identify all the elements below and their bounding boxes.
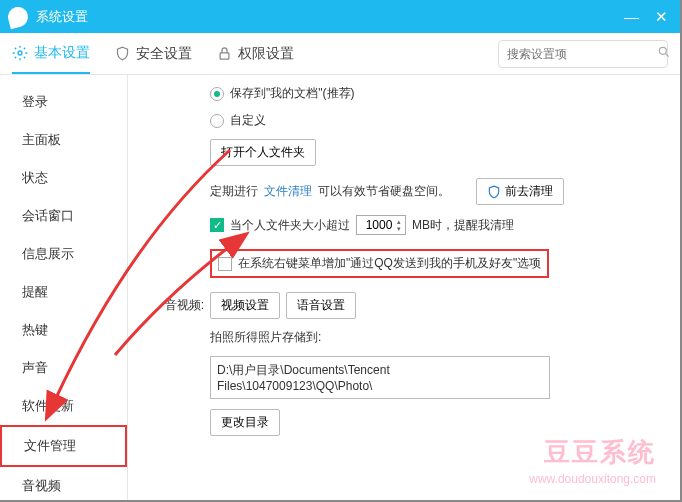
tabs-bar: 基本设置 安全设置 权限设置 — [0, 33, 680, 75]
tab-label: 安全设置 — [136, 45, 192, 63]
folder-size-input[interactable] — [361, 218, 397, 232]
clean-text-suffix: 可以有效节省硬盘空间。 — [318, 183, 450, 200]
minimize-button[interactable]: — — [624, 8, 639, 26]
search-box[interactable] — [498, 40, 668, 68]
main-panel: 保存到"我的文档"(推荐) 自定义 打开个人文件夹 定期进行文件清理可以有效节省… — [128, 75, 680, 500]
gear-icon — [12, 45, 28, 61]
tab-basic-settings[interactable]: 基本设置 — [12, 33, 90, 74]
chevron-up-icon[interactable]: ▴ — [397, 218, 401, 225]
rightclick-label: 在系统右键菜单增加"通过QQ发送到我的手机及好友"选项 — [238, 255, 541, 272]
open-personal-folder-button[interactable]: 打开个人文件夹 — [210, 139, 316, 166]
sidebar-item-sound[interactable]: 声音 — [0, 349, 127, 387]
qq-penguin-icon — [6, 4, 30, 28]
window-title: 系统设置 — [36, 8, 624, 26]
radio-custom[interactable] — [210, 114, 224, 128]
close-button[interactable]: ✕ — [655, 8, 668, 26]
sidebar-item-info-display[interactable]: 信息展示 — [0, 235, 127, 273]
search-icon — [657, 45, 671, 63]
shield-icon — [114, 46, 130, 62]
sidebar-item-chat-window[interactable]: 会话窗口 — [0, 197, 127, 235]
svg-point-2 — [659, 47, 666, 54]
radio-label: 保存到"我的文档"(推荐) — [230, 85, 355, 102]
folder-size-input-wrap[interactable]: ▴▾ — [356, 215, 406, 235]
sidebar-item-login[interactable]: 登录 — [0, 83, 127, 121]
highlight-right-click-option: 在系统右键菜单增加"通过QQ发送到我的手机及好友"选项 — [210, 249, 549, 278]
photo-save-label: 拍照所得照片存储到: — [210, 329, 321, 346]
change-directory-button[interactable]: 更改目录 — [210, 409, 280, 436]
sidebar-item-file-management[interactable]: 文件管理 — [0, 425, 127, 467]
chevron-down-icon[interactable]: ▾ — [397, 225, 401, 232]
radio-save-mydocs[interactable] — [210, 87, 224, 101]
watermark-text: 豆豆系统 — [529, 435, 656, 470]
sidebar-item-audio-video[interactable]: 音视频 — [0, 467, 127, 502]
lock-icon — [216, 46, 232, 62]
checkbox-rightclick-menu[interactable] — [218, 257, 232, 271]
tab-permission-settings[interactable]: 权限设置 — [216, 33, 294, 74]
sidebar-item-software-update[interactable]: 软件更新 — [0, 387, 127, 425]
watermark-url: www.doudouxitong.com — [529, 472, 656, 486]
clean-text-prefix: 定期进行 — [210, 183, 258, 200]
search-input[interactable] — [507, 47, 657, 61]
go-clean-button[interactable]: 前去清理 — [476, 178, 564, 205]
titlebar: 系统设置 — ✕ — [0, 0, 680, 33]
sidebar: 登录 主面板 状态 会话窗口 信息展示 提醒 热键 声音 软件更新 文件管理 音… — [0, 75, 128, 500]
spinner[interactable]: ▴▾ — [397, 218, 401, 232]
video-settings-button[interactable]: 视频设置 — [210, 292, 280, 319]
photo-path-field[interactable]: D:\用户目录\Documents\Tencent Files\10470091… — [210, 356, 550, 399]
sidebar-item-hotkey[interactable]: 热键 — [0, 311, 127, 349]
watermark: 豆豆系统 www.doudouxitong.com — [529, 435, 656, 486]
sidebar-item-main-panel[interactable]: 主面板 — [0, 121, 127, 159]
exceed-label: 当个人文件夹大小超过 — [230, 217, 350, 234]
checkbox-exceed-remind[interactable]: ✓ — [210, 218, 224, 232]
svg-rect-1 — [220, 53, 229, 59]
sidebar-item-reminder[interactable]: 提醒 — [0, 273, 127, 311]
sidebar-item-status[interactable]: 状态 — [0, 159, 127, 197]
shield-icon — [487, 185, 501, 199]
unit-label: MB时，提醒我清理 — [412, 217, 514, 234]
tab-label: 基本设置 — [34, 44, 90, 62]
tab-label: 权限设置 — [238, 45, 294, 63]
file-clean-link[interactable]: 文件清理 — [264, 183, 312, 200]
av-section-label: 音视频: — [152, 297, 204, 314]
radio-label: 自定义 — [230, 112, 266, 129]
audio-settings-button[interactable]: 语音设置 — [286, 292, 356, 319]
tab-safety-settings[interactable]: 安全设置 — [114, 33, 192, 74]
btn-label: 前去清理 — [505, 183, 553, 200]
svg-point-0 — [18, 51, 22, 55]
